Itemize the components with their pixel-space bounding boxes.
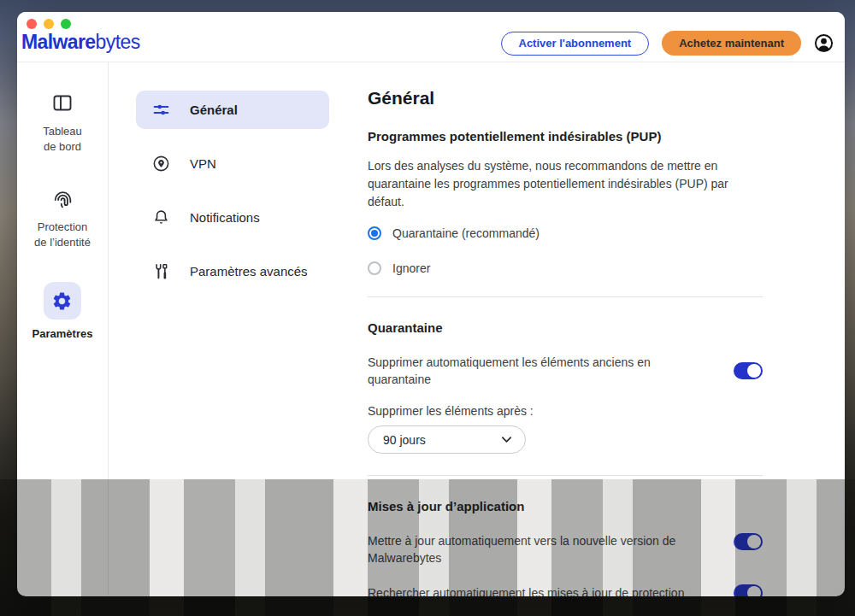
menu-item-label: VPN xyxy=(190,156,216,171)
check-updates-toggle[interactable] xyxy=(734,584,763,596)
app-window: Malwarebytes Activer l'abonnement Achete… xyxy=(17,12,845,596)
dashboard-icon xyxy=(53,91,72,114)
chevron-down-icon xyxy=(500,433,513,446)
radio-label: Ignorer xyxy=(392,261,430,275)
nav-rail: Tableau de bord Protection xyxy=(17,62,109,595)
activate-subscription-button[interactable]: Activer l'abonnement xyxy=(501,32,650,56)
menu-item-label: Général xyxy=(190,103,238,117)
settings-submenu: Général VPN xyxy=(109,62,338,595)
updates-heading: Mises à jour d’application xyxy=(368,499,763,513)
radio-unselected-icon[interactable] xyxy=(368,261,381,275)
buy-now-button[interactable]: Achetez maintenant xyxy=(662,31,801,56)
menu-item-label: Notifications xyxy=(190,210,260,225)
tools-icon xyxy=(152,262,170,280)
rail-label-line: de l’identité xyxy=(34,235,91,250)
radio-option-quarantine[interactable]: Quarantaine (recommandé) xyxy=(368,226,763,241)
rail-label-line: Paramètres xyxy=(32,326,93,342)
fingerprint-icon xyxy=(52,186,74,210)
check-updates-label: Rechercher automatiquement les mises à j… xyxy=(368,584,684,596)
header-actions: Activer l'abonnement Achetez maintenant xyxy=(501,31,834,56)
logo-text-light: bytes xyxy=(96,31,140,53)
app-header: Malwarebytes Activer l'abonnement Achete… xyxy=(17,12,845,62)
rail-label-line: Tableau xyxy=(43,124,82,139)
radio-option-ignore[interactable]: Ignorer xyxy=(368,261,763,276)
desktop-background: Malwarebytes Activer l'abonnement Achete… xyxy=(0,0,855,616)
auto-update-toggle[interactable] xyxy=(734,533,763,550)
pup-description: Lors des analyses du système, nous recom… xyxy=(368,157,763,211)
sidebar-item-identity-protection[interactable]: Protection de l’identité xyxy=(34,186,91,250)
close-button[interactable] xyxy=(27,19,37,29)
settings-general-panel: Général Programmes potentiellement indés… xyxy=(338,62,845,595)
sliders-icon xyxy=(152,101,170,119)
menu-item-notifications[interactable]: Notifications xyxy=(136,198,329,237)
delete-after-label: Supprimer les éléments après : xyxy=(368,404,763,418)
delete-after-dropdown[interactable]: 90 jours xyxy=(368,425,526,454)
window-controls xyxy=(27,19,71,29)
pup-section: Programmes potentiellement indésirables … xyxy=(368,129,763,276)
menu-item-label: Paramètres avancés xyxy=(190,264,308,279)
bell-icon xyxy=(152,208,170,226)
sidebar-item-settings[interactable]: Paramètres xyxy=(32,282,93,342)
dropdown-value: 90 jours xyxy=(383,433,426,447)
auto-delete-toggle[interactable] xyxy=(734,362,763,379)
section-divider xyxy=(368,296,763,297)
rail-label-line: de bord xyxy=(43,139,82,155)
auto-update-row: Mettre à jour automatiquement vers la no… xyxy=(368,532,763,566)
section-divider xyxy=(368,475,763,476)
quarantine-heading: Quarantaine xyxy=(368,320,763,335)
app-body: Tableau de bord Protection xyxy=(17,62,845,595)
auto-delete-row: Supprimer automatiquement les éléments a… xyxy=(368,354,763,388)
pup-heading: Programmes potentiellement indésirables … xyxy=(368,129,763,144)
maximize-button[interactable] xyxy=(61,19,71,29)
account-icon[interactable] xyxy=(814,33,834,53)
minimize-button[interactable] xyxy=(44,19,54,29)
menu-item-advanced-settings[interactable]: Paramètres avancés xyxy=(136,252,329,290)
page-title: Général xyxy=(368,88,763,109)
auto-update-label: Mettre à jour automatiquement vers la no… xyxy=(368,532,716,566)
quarantine-section: Quarantaine Supprimer automatiquement le… xyxy=(368,320,763,454)
rail-label-line: Protection xyxy=(34,220,91,235)
logo-text-bold: Malware xyxy=(21,31,96,53)
location-pin-icon xyxy=(152,155,170,173)
check-updates-row: Rechercher automatiquement les mises à j… xyxy=(368,584,763,596)
menu-item-vpn[interactable]: VPN xyxy=(136,144,329,183)
radio-label: Quarantaine (recommandé) xyxy=(392,226,540,240)
sidebar-item-dashboard[interactable]: Tableau de bord xyxy=(43,91,82,155)
app-updates-section: Mises à jour d’application Mettre à jour… xyxy=(368,499,763,596)
auto-delete-label: Supprimer automatiquement les éléments a… xyxy=(368,354,716,388)
menu-item-general[interactable]: Général xyxy=(136,91,329,129)
malwarebytes-logo: Malwarebytes xyxy=(21,31,140,54)
radio-selected-icon[interactable] xyxy=(368,226,381,240)
gear-icon xyxy=(44,282,81,320)
